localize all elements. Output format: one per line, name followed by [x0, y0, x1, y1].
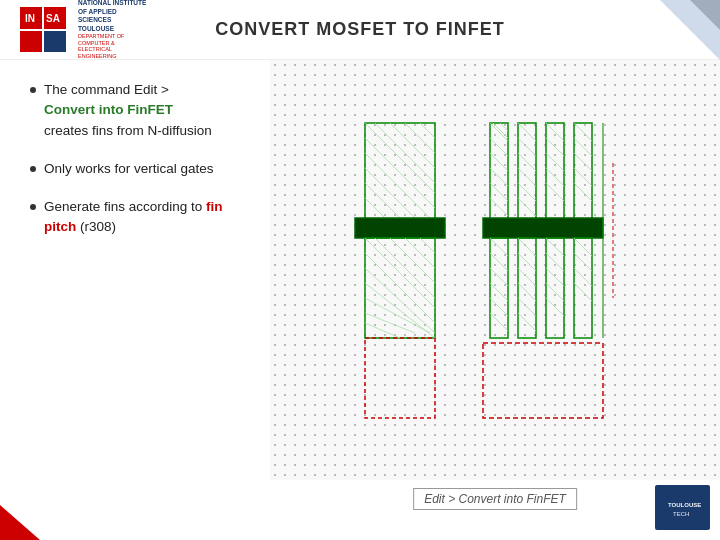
svg-line-84 [574, 253, 592, 271]
svg-rect-87 [483, 343, 603, 418]
svg-line-81 [546, 298, 564, 316]
bullet-dot-3 [30, 204, 36, 210]
bullet-dot-1 [30, 87, 36, 93]
svg-line-59 [574, 168, 592, 186]
svg-line-12 [365, 168, 415, 218]
bullet-text-1: The command Edit > Convert into FinFET c… [44, 80, 212, 141]
diagram-container [280, 70, 710, 475]
svg-line-13 [365, 183, 400, 218]
svg-line-17 [405, 123, 435, 153]
header: IN SA NATIONAL INSTITUTEOF APPLIEDSCIENC… [0, 0, 720, 60]
svg-line-34 [490, 123, 508, 141]
svg-rect-32 [365, 338, 435, 418]
svg-line-16 [390, 123, 435, 168]
bullet-item-1: The command Edit > Convert into FinFET c… [30, 80, 250, 141]
svg-rect-61 [483, 218, 603, 238]
finfet-diagram [335, 103, 655, 443]
svg-line-45 [518, 153, 536, 171]
bullet-3-after: (r308) [76, 219, 116, 234]
svg-text:TECH: TECH [673, 511, 689, 517]
svg-line-56 [574, 123, 592, 141]
svg-line-14 [365, 198, 385, 218]
svg-line-71 [518, 253, 536, 271]
svg-line-70 [518, 238, 536, 256]
svg-line-68 [490, 313, 508, 331]
svg-line-48 [518, 198, 536, 216]
bullet-1-after: creates fins from N-diffusion [44, 123, 212, 138]
svg-line-15 [375, 123, 435, 183]
logo-area: IN SA NATIONAL INSTITUTEOF APPLIEDSCIENC… [20, 0, 153, 60]
corner-decoration [600, 0, 720, 60]
svg-line-30 [405, 238, 435, 268]
svg-rect-19 [355, 218, 445, 238]
svg-line-52 [546, 153, 564, 171]
svg-line-35 [490, 138, 508, 156]
svg-text:TOULOUSE: TOULOUSE [668, 502, 701, 508]
svg-line-44 [518, 138, 536, 156]
svg-line-28 [375, 238, 435, 298]
left-panel: The command Edit > Convert into FinFET c… [0, 60, 270, 540]
svg-rect-3 [44, 31, 66, 52]
svg-line-53 [546, 168, 564, 186]
svg-line-85 [574, 268, 592, 286]
svg-line-67 [490, 298, 508, 316]
svg-line-80 [546, 283, 564, 301]
svg-line-78 [546, 253, 564, 271]
svg-line-64 [490, 253, 508, 271]
main-content: The command Edit > Convert into FinFET c… [0, 60, 720, 540]
svg-rect-2 [20, 31, 42, 52]
svg-line-63 [490, 238, 508, 256]
svg-line-86 [574, 283, 592, 301]
svg-line-57 [574, 138, 592, 156]
svg-line-43 [518, 123, 536, 141]
svg-line-60 [574, 183, 592, 201]
svg-line-77 [546, 238, 564, 256]
bullet-1-before: The command Edit > [44, 82, 169, 97]
svg-line-51 [546, 138, 564, 156]
bullet-2-text: Only works for vertical gates [44, 161, 214, 176]
dept-text: DEPARTMENT OF COMPUTER &ELECTRICALENGINE… [78, 33, 153, 59]
svg-line-25 [365, 298, 430, 333]
bullet-dot-2 [30, 166, 36, 172]
bullet-text-2: Only works for vertical gates [44, 159, 214, 179]
svg-line-66 [490, 283, 508, 301]
bullet-3-before: Generate fins according to [44, 199, 206, 214]
svg-line-41 [500, 123, 508, 131]
svg-line-23 [365, 268, 435, 333]
svg-text:IN: IN [25, 13, 35, 24]
institution-text: NATIONAL INSTITUTEOF APPLIEDSCIENCESTOUL… [78, 0, 153, 60]
bullet-text-3: Generate fins according to fin pitch (r3… [44, 197, 250, 238]
svg-line-47 [518, 183, 536, 201]
svg-line-31 [420, 238, 435, 253]
svg-line-40 [493, 123, 508, 138]
bullet-item-2: Only works for vertical gates [30, 159, 250, 179]
svg-line-65 [490, 268, 508, 286]
diagram-label: Edit > Convert into FinFET [413, 488, 577, 510]
svg-line-58 [574, 153, 592, 171]
svg-line-74 [518, 298, 536, 316]
svg-line-54 [546, 183, 564, 201]
svg-line-46 [518, 168, 536, 186]
right-panel: Edit > Convert into FinFET TOULOUSE TECH [270, 60, 720, 540]
svg-line-18 [420, 123, 435, 138]
svg-line-29 [390, 238, 435, 283]
svg-text:SA: SA [46, 13, 60, 24]
insa-logo: IN SA [20, 7, 70, 52]
svg-line-73 [518, 283, 536, 301]
page-title: CONVERT MOSFET TO FINFET [215, 19, 505, 40]
svg-line-50 [546, 123, 564, 141]
svg-line-75 [518, 313, 536, 331]
red-triangle-decoration [0, 505, 40, 540]
svg-line-37 [490, 168, 508, 186]
svg-line-39 [490, 198, 508, 216]
svg-line-72 [518, 268, 536, 286]
svg-line-36 [490, 153, 508, 171]
svg-line-83 [574, 238, 592, 256]
bullet-item-3: Generate fins according to fin pitch (r3… [30, 197, 250, 238]
bullet-1-highlight: Convert into FinFET [44, 102, 173, 117]
toulouse-tech-logo: TOULOUSE TECH [655, 485, 710, 530]
svg-line-38 [490, 183, 508, 201]
svg-line-79 [546, 268, 564, 286]
